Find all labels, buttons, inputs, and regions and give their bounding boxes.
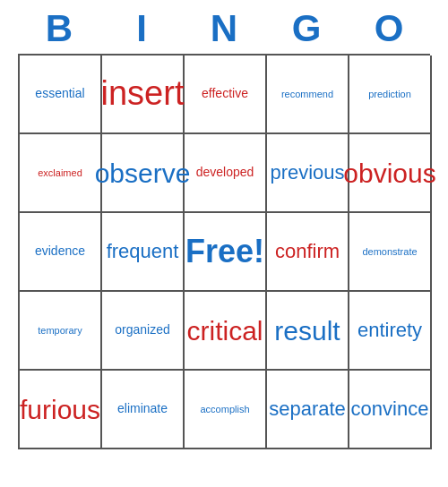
- cell-text-0: essential: [35, 87, 84, 100]
- cell-text-15: temporary: [38, 325, 82, 336]
- letter-o: O: [348, 7, 430, 50]
- bingo-cell-23[interactable]: separate: [267, 371, 349, 449]
- letter-i: I: [100, 7, 183, 50]
- cell-text-14: demonstrate: [362, 246, 417, 257]
- bingo-cell-20[interactable]: furious: [20, 371, 102, 449]
- bingo-cell-18[interactable]: result: [267, 292, 349, 371]
- letter-n: N: [183, 7, 265, 50]
- cell-text-9: obvious: [343, 158, 435, 188]
- cell-text-11: frequent: [107, 241, 179, 262]
- bingo-cell-1[interactable]: insert: [102, 56, 185, 134]
- cell-text-18: result: [274, 316, 340, 346]
- cell-text-1: insert: [101, 75, 185, 113]
- cell-text-4: prediction: [368, 89, 411, 99]
- cell-text-6: observe: [95, 158, 191, 188]
- cell-text-7: developed: [196, 166, 254, 179]
- letter-g: G: [265, 7, 348, 50]
- bingo-cell-16[interactable]: organized: [102, 292, 185, 371]
- bingo-cell-15[interactable]: temporary: [20, 292, 102, 371]
- bingo-title: B I N G O: [18, 7, 430, 50]
- bingo-cell-19[interactable]: entirety: [349, 292, 432, 371]
- cell-text-3: recommend: [281, 89, 333, 99]
- cell-text-21: eliminate: [117, 402, 168, 415]
- bingo-cell-12[interactable]: Free!: [185, 213, 267, 292]
- bingo-cell-8[interactable]: previous: [267, 134, 349, 213]
- bingo-cell-14[interactable]: demonstrate: [349, 213, 432, 292]
- cell-text-5: exclaimed: [38, 167, 82, 178]
- bingo-cell-11[interactable]: frequent: [102, 213, 185, 292]
- bingo-cell-2[interactable]: effective: [185, 56, 267, 134]
- bingo-cell-7[interactable]: developed: [185, 134, 267, 213]
- cell-text-10: evidence: [35, 244, 85, 258]
- cell-text-24: convince: [351, 398, 429, 420]
- bingo-cell-22[interactable]: accomplish: [185, 371, 267, 449]
- cell-text-22: accomplish: [200, 404, 249, 414]
- cell-text-19: entirety: [358, 320, 422, 341]
- cell-text-20: furious: [20, 395, 100, 424]
- bingo-cell-0[interactable]: essential: [20, 56, 102, 134]
- bingo-cell-5[interactable]: exclaimed: [20, 134, 102, 213]
- bingo-cell-17[interactable]: critical: [185, 292, 267, 371]
- bingo-cell-24[interactable]: convince: [349, 371, 432, 449]
- bingo-grid: essentialinserteffectiverecommendpredict…: [18, 54, 430, 449]
- bingo-cell-21[interactable]: eliminate: [102, 371, 185, 449]
- cell-text-2: effective: [202, 87, 248, 100]
- bingo-cell-9[interactable]: obvious: [349, 134, 432, 213]
- bingo-cell-13[interactable]: confirm: [267, 213, 349, 292]
- cell-text-13: confirm: [275, 241, 340, 262]
- cell-text-8: previous: [270, 162, 344, 184]
- cell-text-12: Free!: [185, 234, 264, 269]
- bingo-cell-6[interactable]: observe: [102, 134, 185, 213]
- bingo-cell-10[interactable]: evidence: [20, 213, 102, 292]
- cell-text-16: organized: [115, 323, 170, 337]
- cell-text-23: separate: [269, 398, 346, 420]
- bingo-cell-4[interactable]: prediction: [349, 56, 432, 134]
- cell-text-17: critical: [187, 316, 263, 346]
- letter-b: B: [18, 7, 100, 50]
- bingo-cell-3[interactable]: recommend: [267, 56, 349, 134]
